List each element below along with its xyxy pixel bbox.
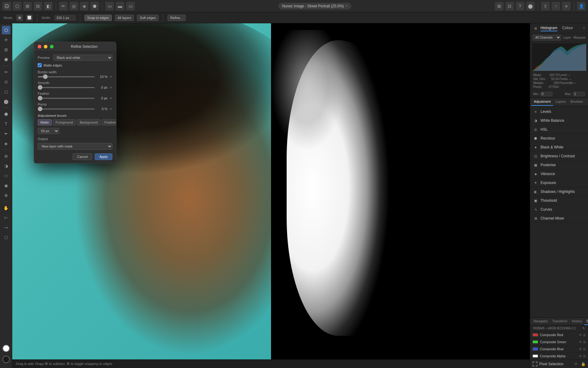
smooth-slider[interactable]	[38, 87, 95, 88]
dodge-tool[interactable]: ◑	[2, 162, 10, 170]
apply-button[interactable]: Apply	[95, 153, 112, 160]
channel-item-1[interactable]: Composite Green 👁 ⊞	[530, 339, 588, 346]
tool6-icon[interactable]: ◎	[70, 2, 78, 10]
output-select[interactable]: New layer with mask	[38, 143, 112, 150]
hand-tool[interactable]: ✋	[2, 204, 10, 212]
border-width-arrow[interactable]: ▼	[109, 75, 112, 79]
eraser-tool[interactable]: ◻	[2, 87, 10, 96]
app-menu-icon[interactable]: A	[2, 2, 11, 10]
adj-item-hsl[interactable]: ◎ HSL	[530, 125, 588, 134]
tab-layers[interactable]: Layers	[553, 98, 568, 106]
brush-tab-feather[interactable]: Feather	[102, 119, 116, 125]
adj-item-exposure[interactable]: ☀ Exposure	[530, 178, 588, 187]
crop-tool[interactable]: ⊞	[2, 45, 10, 54]
tab-transform[interactable]: Transform	[550, 318, 570, 325]
cancel-button[interactable]: Cancel	[73, 153, 92, 160]
node-tool[interactable]: ◈	[2, 139, 10, 148]
help-icon[interactable]: ?	[516, 2, 524, 10]
move-tool[interactable]: ✛	[2, 36, 10, 44]
preview-select[interactable]: Black and white	[53, 55, 112, 61]
colour-tab[interactable]: Colour	[562, 25, 573, 31]
smooth-arrow[interactable]: ▼	[109, 86, 112, 89]
ramp-slider[interactable]	[38, 109, 95, 109]
tool5-icon[interactable]: ✏	[59, 2, 68, 10]
feather-arrow[interactable]: ▼	[109, 97, 112, 100]
tool3-icon[interactable]: ⊟	[34, 2, 42, 10]
person-icon[interactable]: 👤	[577, 2, 586, 10]
ch-eye-2[interactable]: 👁	[579, 347, 582, 351]
matte-edges-checkbox[interactable]	[38, 63, 42, 67]
selection-tool[interactable]: ⬡	[2, 26, 10, 34]
adj-item-black__white[interactable]: ● Black & White	[530, 143, 588, 152]
tab-brushes[interactable]: Brushes	[568, 98, 585, 106]
channel-item-3[interactable]: Composite Alpha 👁 ⊞	[530, 353, 588, 360]
text-tool[interactable]: T	[2, 120, 10, 128]
export-icon[interactable]: ↑	[552, 2, 560, 10]
adj-item-posterise[interactable]: ▦ Posterise	[530, 161, 588, 170]
brush-tab-background[interactable]: Background	[77, 119, 100, 125]
pen-tool[interactable]: ✒	[2, 129, 10, 138]
lock-icon[interactable]: 🔒	[581, 362, 586, 366]
tool8-icon[interactable]: ⬟	[90, 2, 99, 10]
adj-item-recolour[interactable]: ⬟ Recolour	[530, 134, 588, 143]
tab-adjustment[interactable]: Adjustment	[531, 98, 553, 106]
rect1-icon[interactable]: ▭	[105, 2, 114, 10]
ch-lock-2[interactable]: ⊞	[583, 347, 586, 351]
snap-edges-button[interactable]: Snap to edges	[85, 15, 112, 21]
maximize-button[interactable]	[50, 45, 54, 48]
channel-item-0[interactable]: Composite Red 👁 ⊞	[530, 332, 588, 339]
ch-lock-1[interactable]: ⊞	[583, 340, 586, 344]
document-tab[interactable]: Nunez Image - Street Portrait (25.0%) ×	[278, 3, 351, 10]
mode-icon1[interactable]: ▣	[16, 14, 23, 21]
eye-icon[interactable]: 👁	[574, 362, 578, 366]
fill-tool[interactable]: ⬤	[2, 97, 10, 106]
histogram-panel-icon[interactable]: ⊞	[533, 26, 538, 31]
close-tab-icon[interactable]: ×	[346, 4, 348, 8]
brush-tab-foreground[interactable]: Foreground	[53, 119, 76, 125]
channel-item-2[interactable]: Composite Blue 👁 ⊞	[530, 346, 588, 353]
all-layers-button[interactable]: All layers	[115, 15, 134, 21]
ch-lock-3[interactable]: ⊞	[583, 355, 586, 358]
arrange-icon[interactable]: ⊞	[495, 2, 503, 10]
canvas-area[interactable]: Refine Selection Preview Black and white…	[12, 23, 530, 368]
ch-eye-3[interactable]: 👁	[579, 355, 582, 358]
tool7-icon[interactable]: ◈	[80, 2, 89, 10]
slice-tool[interactable]: ⬟	[2, 55, 10, 64]
blur-tool[interactable]: ⬭	[2, 171, 10, 180]
shape-tool[interactable]: ⬟	[2, 110, 10, 118]
brush-tab-matte[interactable]: Matte	[38, 119, 52, 125]
brush-size-select[interactable]: 50 px	[38, 128, 59, 134]
adj-item-curves[interactable]: ∿ Curves	[530, 205, 588, 214]
view-icon[interactable]: ⊡	[505, 2, 514, 10]
adj-item-white_balance[interactable]: ◑ White Balance	[530, 116, 588, 125]
border-width-slider[interactable]	[38, 76, 95, 77]
ch-eye-0[interactable]: 👁	[579, 333, 582, 337]
feather-slider[interactable]	[38, 98, 95, 99]
clone-tool[interactable]: ⊛	[2, 152, 10, 160]
tab-navigator[interactable]: Navigator	[531, 318, 550, 325]
share-icon[interactable]: ⇧	[541, 2, 550, 10]
close-button[interactable]	[38, 45, 41, 48]
ramp-arrow[interactable]: ▼	[109, 107, 112, 111]
tool1-icon[interactable]: ⬡	[13, 2, 21, 10]
layers-icon[interactable]: ≡	[562, 2, 571, 10]
tab-channels[interactable]: Channels	[584, 318, 588, 325]
tool2-icon[interactable]: ⊞	[23, 2, 32, 10]
refresh-icon[interactable]: ↻	[582, 327, 585, 330]
refine-button[interactable]: Refine...	[168, 15, 186, 21]
adj-item-shadows__highlights[interactable]: ◐ Shadows / Highlights	[530, 187, 588, 196]
channel-select[interactable]: All Channels	[533, 35, 561, 40]
min-input[interactable]	[540, 92, 552, 96]
adj-item-levels[interactable]: ≡ Levels	[530, 107, 588, 116]
adj-item-vibrance[interactable]: ◈ Vibrance	[530, 170, 588, 178]
tool4-icon[interactable]: ◧	[44, 2, 53, 10]
sponge-tool[interactable]: ◉	[2, 181, 10, 190]
ch-eye-1[interactable]: 👁	[579, 340, 582, 344]
transform-tool[interactable]: ⬡	[2, 233, 10, 242]
stamp-tool[interactable]: ⊙	[2, 78, 10, 86]
tab-stock[interactable]: Stock	[585, 98, 588, 106]
width-input[interactable]	[54, 15, 76, 21]
eyedropper-tool[interactable]: ⊸	[2, 223, 10, 232]
adj-item-channel_mixer[interactable]: ⊞ Channel Mixer	[530, 214, 588, 223]
paint-tool[interactable]: ✏	[2, 68, 10, 76]
